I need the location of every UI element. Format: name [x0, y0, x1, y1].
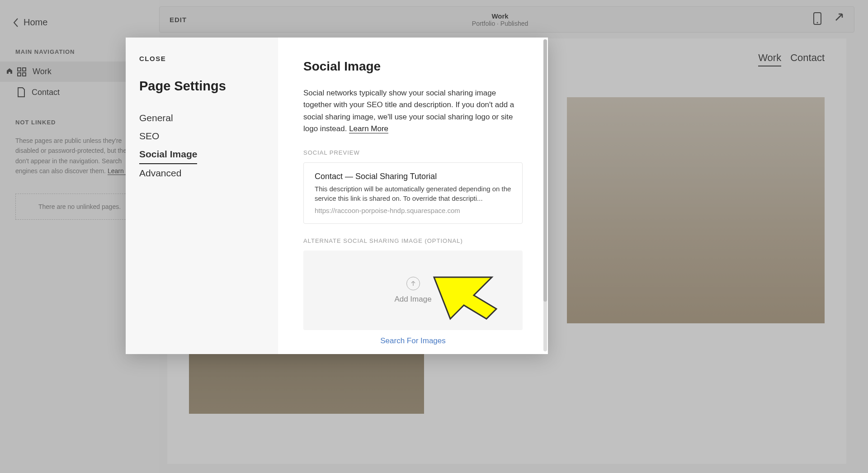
add-image-label: Add Image — [394, 295, 431, 304]
content-title: Social Image — [303, 59, 523, 74]
social-preview-label: SOCIAL PREVIEW — [303, 149, 523, 156]
modal-content: Social Image Social networks typically s… — [278, 38, 548, 354]
alt-image-label: ALTERNATE SOCIAL SHARING IMAGE (OPTIONAL… — [303, 237, 523, 244]
modal-title: Page Settings — [139, 79, 264, 94]
tab-general[interactable]: General — [139, 109, 264, 127]
preview-card-url: https://raccoon-porpoise-hndp.squarespac… — [315, 207, 511, 214]
upload-icon — [406, 277, 420, 290]
content-description: Social networks typically show your soci… — [303, 87, 523, 135]
scrollbar-thumb[interactable] — [543, 39, 547, 302]
social-preview-card: Contact — Social Sharing Tutorial This d… — [303, 162, 523, 224]
page-settings-modal: CLOSE Page Settings General SEO Social I… — [126, 38, 548, 354]
tab-advanced[interactable]: Advanced — [139, 164, 264, 182]
search-for-images-link[interactable]: Search For Images — [303, 336, 523, 345]
tab-social-image[interactable]: Social Image — [139, 145, 197, 164]
learn-more-link[interactable]: Learn More — [349, 124, 388, 133]
modal-sidebar: CLOSE Page Settings General SEO Social I… — [126, 38, 278, 354]
close-button[interactable]: CLOSE — [139, 55, 264, 62]
preview-card-title: Contact — Social Sharing Tutorial — [315, 172, 511, 181]
preview-card-description: This description will be automatically g… — [315, 184, 511, 203]
tab-seo[interactable]: SEO — [139, 127, 264, 145]
modal-scrollbar[interactable] — [543, 39, 547, 351]
cursor-annotation — [429, 274, 501, 323]
